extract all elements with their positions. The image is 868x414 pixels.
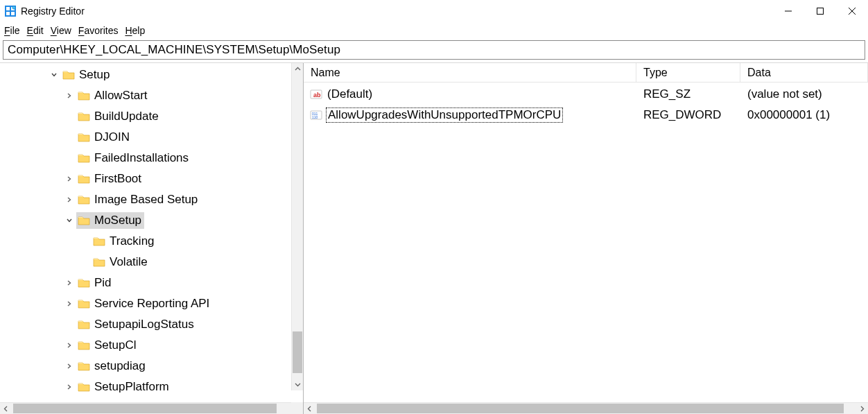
menu-view-underline: V: [51, 25, 57, 36]
scroll-thumb[interactable]: [317, 404, 844, 413]
tree-item[interactable]: Setup: [0, 64, 303, 85]
tree-item-labelwrap: Setup: [61, 67, 112, 83]
title-bar: Registry Editor: [0, 0, 868, 22]
menu-view[interactable]: View: [51, 25, 71, 36]
column-header-name[interactable]: Name: [304, 63, 636, 82]
column-header-type[interactable]: Type: [636, 63, 740, 82]
expander-spacer: [79, 257, 90, 268]
tree-item[interactable]: AllowStart: [0, 85, 303, 106]
menu-favorites[interactable]: Favorites: [78, 25, 119, 36]
svg-point-5: [12, 6, 15, 8]
tree-vertical-scrollbar[interactable]: [291, 63, 303, 390]
tree-item-labelwrap: AllowStart: [76, 87, 150, 104]
menu-edit-underline: E: [27, 25, 33, 36]
tree-item[interactable]: FirstBoot: [0, 169, 303, 189]
scroll-track[interactable]: [292, 75, 303, 379]
folder-icon: [93, 236, 105, 247]
scroll-thumb[interactable]: [13, 404, 277, 413]
scroll-up-arrow-icon[interactable]: [292, 63, 303, 75]
scroll-track[interactable]: [12, 403, 291, 414]
column-header-data[interactable]: Data: [740, 63, 868, 82]
svg-text:110: 110: [312, 115, 318, 119]
close-button[interactable]: [836, 0, 868, 22]
menu-file[interactable]: File: [4, 25, 20, 36]
folder-icon: [78, 298, 90, 309]
tree-item-label: BuildUpdate: [94, 110, 159, 123]
tree-item[interactable]: Tracking: [0, 231, 303, 252]
tree-item-label: SetupapiLogStatus: [94, 318, 194, 331]
tree-item[interactable]: MoSetup: [0, 210, 303, 231]
menu-help[interactable]: Help: [125, 25, 145, 36]
folder-icon: [78, 319, 90, 330]
tree-item-labelwrap: Pid: [76, 275, 114, 291]
binary-value-icon: 011110: [309, 109, 323, 121]
tree-item-labelwrap: Image Based Setup: [76, 191, 200, 208]
tree-item-labelwrap: FailedInstallations: [76, 150, 191, 166]
expander-icon[interactable]: [64, 90, 75, 101]
expander-icon[interactable]: [49, 69, 60, 80]
tree-item-label: SetupPlatform: [94, 380, 169, 394]
tree-item-labelwrap: SetupCl: [76, 337, 139, 354]
cell-data: (value not set): [740, 87, 868, 101]
tree-horizontal-scrollbar[interactable]: [0, 402, 303, 414]
list-row[interactable]: ab(Default)REG_SZ(value not set): [304, 84, 868, 105]
cell-data: 0x00000001 (1): [740, 108, 868, 122]
folder-icon: [78, 111, 90, 122]
expander-icon[interactable]: [64, 215, 75, 226]
menu-edit-rest: dit: [33, 25, 44, 36]
tree-item[interactable]: setupdiag: [0, 356, 303, 377]
tree-item[interactable]: DJOIN: [0, 127, 303, 148]
tree-item[interactable]: BuildUpdate: [0, 106, 303, 127]
scroll-down-arrow-icon[interactable]: [292, 379, 303, 390]
tree-item[interactable]: Pid: [0, 273, 303, 293]
expander-icon[interactable]: [64, 194, 75, 205]
folder-icon: [78, 361, 90, 372]
scroll-track[interactable]: [315, 403, 856, 414]
column-header-data-label: Data: [747, 67, 771, 79]
tree-item-labelwrap: SetupPlatform: [76, 379, 172, 395]
tree-item-labelwrap: setupdiag: [76, 358, 148, 374]
cell-name: 011110AllowUpgradesWithUnsupportedTPMOrC…: [304, 107, 636, 123]
string-value-icon: ab: [309, 88, 323, 101]
list-header: Name Type Data: [304, 63, 868, 83]
menu-file-rest: ile: [10, 25, 20, 36]
tree-item[interactable]: FailedInstallations: [0, 148, 303, 169]
expander-icon[interactable]: [64, 277, 75, 288]
tree-item-label: FirstBoot: [94, 172, 141, 186]
menu-file-underline: F: [4, 25, 10, 36]
folder-icon: [78, 194, 90, 205]
maximize-button[interactable]: [804, 0, 836, 22]
tree-item[interactable]: Volatile: [0, 252, 303, 273]
expander-icon[interactable]: [64, 298, 75, 309]
expander-icon[interactable]: [64, 361, 75, 372]
scroll-thumb[interactable]: [293, 331, 302, 373]
tree-item[interactable]: Image Based Setup: [0, 189, 303, 210]
tree-item-label: Volatile: [110, 255, 148, 269]
scroll-right-arrow-icon[interactable]: [856, 403, 868, 414]
menu-help-underline: H: [125, 25, 132, 36]
scroll-left-arrow-icon[interactable]: [0, 403, 12, 414]
cell-name: ab(Default): [304, 87, 636, 101]
list-body: ab(Default)REG_SZ(value not set)011110Al…: [304, 83, 868, 402]
address-bar[interactable]: Computer\HKEY_LOCAL_MACHINE\SYSTEM\Setup…: [3, 40, 865, 60]
list-row[interactable]: 011110AllowUpgradesWithUnsupportedTPMOrC…: [304, 105, 868, 126]
tree-item[interactable]: SetupapiLogStatus: [0, 314, 303, 335]
tree-item-label: Setup: [79, 68, 110, 82]
scroll-left-arrow-icon[interactable]: [304, 403, 315, 414]
tree-item-label: DJOIN: [94, 130, 130, 144]
tree-item[interactable]: Service Reporting API: [0, 293, 303, 314]
list-horizontal-scrollbar[interactable]: [304, 402, 868, 414]
expander-icon[interactable]: [64, 340, 75, 351]
expander-icon[interactable]: [64, 173, 75, 184]
window-title: Registry Editor: [21, 6, 85, 17]
menu-bar: File Edit View Favorites Help: [0, 22, 868, 39]
tree-pane: SetupAllowStartBuildUpdateDJOINFailedIns…: [0, 63, 304, 414]
tree-item[interactable]: SetupPlatform: [0, 377, 303, 397]
minimize-button[interactable]: [772, 0, 804, 22]
value-name: (Default): [326, 87, 374, 101]
tree-item[interactable]: SetupCl: [0, 335, 303, 356]
expander-spacer: [64, 319, 75, 330]
menu-edit[interactable]: Edit: [27, 25, 44, 36]
tree-item-labelwrap: FirstBoot: [76, 171, 144, 187]
expander-icon[interactable]: [64, 381, 75, 393]
